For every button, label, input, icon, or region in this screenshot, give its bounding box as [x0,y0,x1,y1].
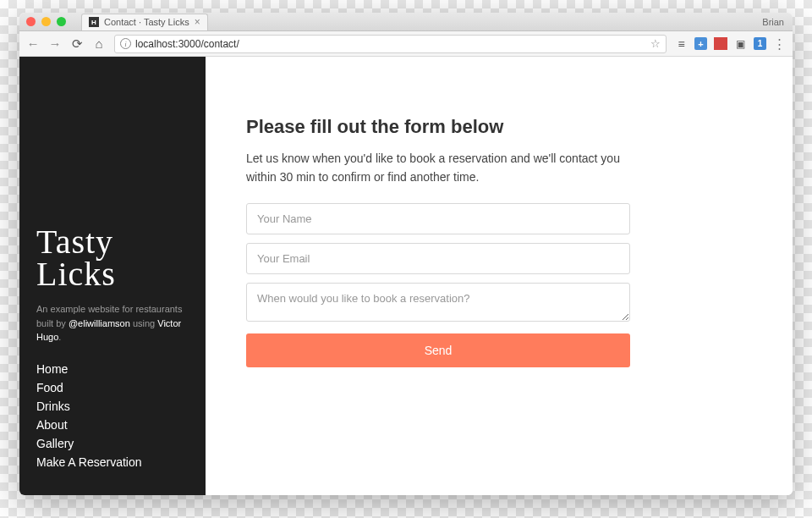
browser-menu-icon[interactable]: ⋮ [773,37,786,50]
nav-item-food[interactable]: Food [36,378,189,397]
forward-button[interactable]: → [48,36,62,51]
extensions: + ▣ 1 ⋮ [675,37,786,50]
home-button[interactable]: ⌂ [92,36,106,51]
minimize-window-button[interactable] [41,17,51,26]
nav-item-reservation[interactable]: Make A Reservation [36,453,189,471]
nav-item-gallery[interactable]: Gallery [36,434,189,453]
maximize-window-button[interactable] [57,17,66,26]
author-handle-link[interactable]: @eliwilliamson [69,318,130,328]
email-input[interactable] [246,243,630,274]
name-input[interactable] [246,203,630,234]
nav-item-drinks[interactable]: Drinks [36,397,189,416]
site-info-icon[interactable]: i [120,38,131,49]
url-text: localhost:3000/contact/ [135,38,239,50]
favicon-icon: H [89,17,99,27]
extension-icon[interactable]: + [694,37,707,50]
main-content: Please fill out the form below Let us kn… [206,57,793,495]
tagline: An example website for restaurants built… [36,302,189,344]
page-subtext: Let us know when you'd like to book a re… [246,150,644,186]
window-controls [26,17,66,26]
extension-icon[interactable]: 1 [754,37,766,50]
back-button[interactable]: ← [26,36,40,51]
address-bar[interactable]: i localhost:3000/contact/ ☆ [114,35,667,53]
nav-menu: Home Food Drinks About Gallery Make A Re… [36,360,189,471]
site-logo[interactable]: Tasty Licks [36,226,189,290]
close-window-button[interactable] [26,17,36,26]
nav-item-home[interactable]: Home [36,360,189,378]
toolbar: ← → ⟳ ⌂ i localhost:3000/contact/ ☆ + ▣ … [19,31,793,57]
message-textarea[interactable] [246,283,630,322]
page-heading: Please fill out the form below [246,116,725,138]
titlebar: H Contact · Tasty Licks × Brian [19,13,793,31]
profile-label[interactable]: Brian [762,17,784,27]
send-button[interactable]: Send [246,333,630,367]
extension-icon[interactable] [714,37,727,50]
close-tab-icon[interactable]: × [195,16,200,28]
page-content: Tasty Licks An example website for resta… [19,57,793,495]
browser-window: H Contact · Tasty Licks × Brian ← → ⟳ ⌂ … [19,13,793,495]
tab-title: Contact · Tasty Licks [104,17,189,27]
reload-button[interactable]: ⟳ [70,36,84,52]
logo-line-1: Tasty [36,226,189,258]
nav-item-about[interactable]: About [36,416,189,434]
sidebar: Tasty Licks An example website for resta… [19,57,206,495]
logo-line-2: Licks [36,258,189,290]
extension-icon[interactable] [675,37,688,50]
browser-tab[interactable]: H Contact · Tasty Licks × [81,14,208,30]
bookmark-star-icon[interactable]: ☆ [650,37,661,50]
cast-icon[interactable]: ▣ [734,37,747,50]
